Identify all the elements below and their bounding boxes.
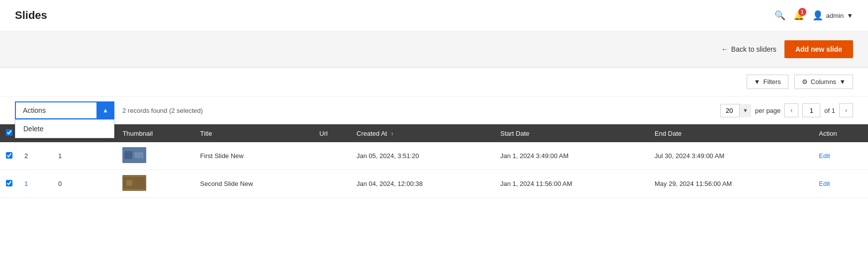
next-page-button[interactable]: › — [839, 103, 853, 117]
row-end-date: May 29, 2024 11:56:00 AM — [649, 170, 813, 198]
toolbar: ▼ Filters ⚙ Columns ▼ — [0, 68, 868, 96]
user-avatar-icon: 👤 — [812, 10, 823, 21]
per-page-select-wrapper: 10 20 50 100 ▼ — [720, 104, 751, 117]
th-start-date: Start Date — [494, 124, 649, 142]
row-checkbox[interactable] — [6, 152, 12, 159]
actions-select[interactable]: Actions Delete — [15, 101, 114, 119]
filters-button[interactable]: ▼ Filters — [747, 75, 788, 89]
notification-badge: 1 — [798, 8, 806, 16]
sort-arrow-icon: ↑ — [391, 131, 394, 137]
user-label: admin — [826, 12, 844, 19]
per-page-label: per page — [755, 107, 780, 114]
chevron-down-icon: ▼ — [839, 78, 846, 86]
arrow-left-icon: ← — [721, 45, 728, 53]
header-actions: 🔍 🔔 1 👤 admin ▼ — [774, 10, 853, 21]
row-action-cell: Edit — [813, 142, 868, 170]
row-created-at: Jan 05, 2024, 3:51:20 — [351, 142, 494, 170]
svg-rect-1 — [124, 151, 132, 159]
table-header-row: ID Position Thumbnail Title Url Created … — [0, 124, 868, 142]
add-new-slide-button[interactable]: Add new slide — [784, 40, 853, 58]
row-thumbnail — [116, 170, 194, 198]
row-action-cell: Edit — [813, 170, 868, 198]
of-pages-label: of 1 — [824, 107, 835, 114]
filter-icon: ▼ — [754, 78, 761, 86]
records-info: 2 records found (2 selected) — [122, 107, 203, 114]
actions-dropdown-wrapper: Actions Delete ▲ Delete — [15, 101, 114, 119]
row-position: 0 — [52, 170, 116, 198]
row-checkbox-cell — [0, 170, 18, 198]
pagination-area: 10 20 50 100 ▼ per page ‹ of 1 › — [720, 103, 853, 117]
row-url — [313, 170, 351, 198]
top-header: Slides 🔍 🔔 1 👤 admin ▼ — [0, 0, 868, 31]
back-label: Back to sliders — [731, 45, 776, 53]
row-checkbox[interactable] — [6, 180, 12, 186]
actions-area: Actions Delete ▲ Delete 2 records found … — [15, 101, 203, 119]
user-menu-button[interactable]: 👤 admin ▼ — [812, 10, 853, 21]
row-edit-link[interactable]: Edit — [819, 152, 830, 160]
row-edit-link[interactable]: Edit — [819, 180, 830, 187]
th-title: Title — [194, 124, 313, 142]
prev-page-button[interactable]: ‹ — [784, 103, 798, 117]
row-title: Second Slide New — [194, 170, 313, 198]
row-id: 1 — [18, 170, 52, 198]
thumbnail-image — [122, 147, 146, 163]
data-table: ID Position Thumbnail Title Url Created … — [0, 124, 868, 198]
row-checkbox-cell — [0, 142, 18, 170]
table-row: 21First Slide NewJan 05, 2024, 3:51:20Ja… — [0, 142, 868, 170]
row-title: First Slide New — [194, 142, 313, 170]
page-title: Slides — [15, 9, 47, 22]
columns-button[interactable]: ⚙ Columns ▼ — [794, 75, 853, 89]
svg-rect-2 — [134, 152, 143, 158]
actions-dropdown-menu: Delete — [15, 119, 114, 138]
row-start-date: Jan 1, 2024 3:49:00 AM — [494, 142, 649, 170]
th-created-at[interactable]: Created At ↑ — [351, 124, 494, 142]
filters-label: Filters — [763, 78, 780, 86]
chevron-down-icon: ▼ — [847, 12, 853, 19]
search-button[interactable]: 🔍 — [774, 10, 785, 21]
row-id: 2 — [18, 142, 52, 170]
notification-button[interactable]: 🔔 1 — [793, 10, 804, 21]
thumbnail-image — [122, 175, 146, 191]
row-start-date: Jan 1, 2024 11:56:00 AM — [494, 170, 649, 198]
gear-icon: ⚙ — [802, 78, 808, 86]
row-id-link[interactable]: 1 — [24, 180, 28, 187]
row-created-at: Jan 04, 2024, 12:00:38 — [351, 170, 494, 198]
th-url: Url — [313, 124, 351, 142]
row-thumbnail — [116, 142, 194, 170]
row-url — [313, 142, 351, 170]
back-to-sliders-button[interactable]: ← Back to sliders — [721, 45, 776, 53]
select-all-checkbox[interactable] — [6, 129, 12, 136]
row-position: 1 — [52, 142, 116, 170]
table-row: 10Second Slide NewJan 04, 2024, 12:00:38… — [0, 170, 868, 198]
search-icon: 🔍 — [774, 10, 785, 20]
columns-label: Columns — [811, 78, 836, 86]
page-number-input[interactable] — [802, 103, 820, 117]
sub-header: ← Back to sliders Add new slide — [0, 31, 868, 68]
th-end-date: End Date — [649, 124, 813, 142]
list-header: Actions Delete ▲ Delete 2 records found … — [0, 96, 868, 124]
content-area: ID Position Thumbnail Title Url Created … — [0, 124, 868, 198]
th-thumbnail: Thumbnail — [116, 124, 194, 142]
dropdown-item-delete[interactable]: Delete — [15, 120, 114, 138]
th-action: Action — [813, 124, 868, 142]
svg-rect-5 — [126, 180, 132, 186]
row-end-date: Jul 30, 2024 3:49:00 AM — [649, 142, 813, 170]
per-page-select[interactable]: 10 20 50 100 — [720, 104, 751, 117]
